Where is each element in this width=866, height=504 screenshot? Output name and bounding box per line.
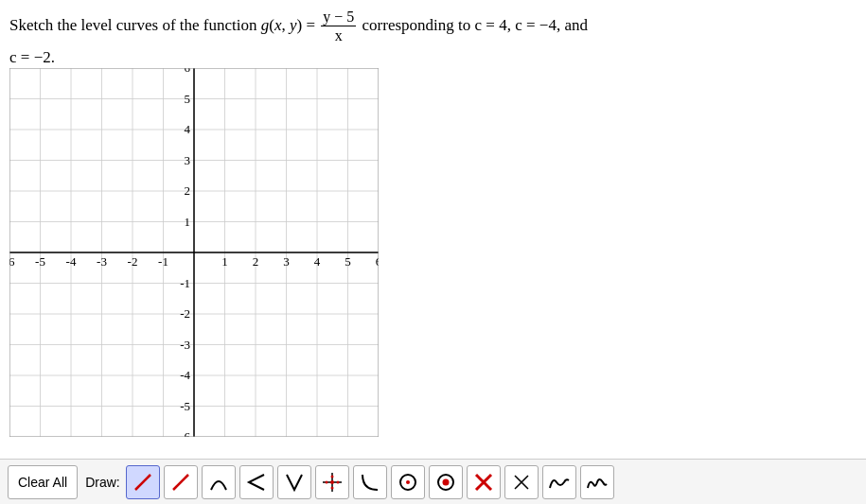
arch-icon: [207, 471, 230, 494]
svg-point-5: [325, 480, 327, 483]
draw-label: Draw:: [85, 475, 120, 490]
draw-dot-circle-tool[interactable]: [429, 465, 463, 499]
draw-circle-tool[interactable]: [391, 465, 425, 499]
draw-diagonal-tool[interactable]: [126, 465, 160, 499]
graph-container[interactable]: [9, 68, 379, 437]
draw-thin-x-tool[interactable]: [504, 465, 539, 499]
draw-wave-tool[interactable]: [542, 465, 576, 499]
draw-bold-x-tool[interactable]: [467, 465, 501, 499]
svg-point-4: [330, 480, 334, 484]
wave-icon: [548, 471, 571, 494]
crosshair-icon: [321, 471, 344, 494]
draw-v-tool[interactable]: [277, 465, 311, 499]
denominator: x: [333, 26, 345, 44]
clear-all-button[interactable]: Clear All: [8, 465, 78, 499]
draw-crosshair-tool[interactable]: [315, 465, 349, 499]
numerator: y − 5: [321, 8, 356, 26]
problem-condition: corresponding to c = 4, c = −4, and: [362, 16, 588, 34]
draw-arch-tool[interactable]: [202, 465, 236, 499]
thin-x-icon: [510, 471, 533, 494]
problem-statement: Sketch the level curves of the function …: [9, 8, 588, 71]
wave2-icon: [586, 471, 609, 494]
draw-wave2-tool[interactable]: [580, 465, 614, 499]
diagonal-line-icon: [132, 471, 154, 494]
problem-condition2: c = −2.: [9, 48, 55, 66]
dot-circle-icon: [434, 471, 457, 494]
circle-icon: [397, 471, 419, 494]
svg-line-1: [173, 475, 188, 490]
svg-point-12: [442, 478, 449, 485]
svg-point-8: [330, 486, 333, 489]
svg-point-6: [336, 480, 339, 483]
red-line-icon: [169, 471, 192, 494]
v-shape-icon: [283, 471, 306, 494]
svg-point-10: [406, 480, 410, 484]
draw-less-than-tool[interactable]: [239, 465, 274, 499]
svg-point-7: [330, 475, 333, 478]
graph-canvas[interactable]: [9, 68, 379, 437]
draw-hook-tool[interactable]: [353, 465, 387, 499]
bold-x-icon: [472, 471, 495, 494]
toolbar: Clear All Draw:: [0, 459, 866, 504]
problem-text-before: Sketch the level curves of the function: [9, 16, 257, 34]
svg-line-0: [135, 475, 150, 490]
hook-icon: [359, 471, 381, 494]
function-name: g: [261, 16, 270, 34]
less-than-icon: [245, 471, 268, 494]
fraction: y − 5 x: [321, 8, 356, 44]
draw-red-line-tool[interactable]: [164, 465, 198, 499]
